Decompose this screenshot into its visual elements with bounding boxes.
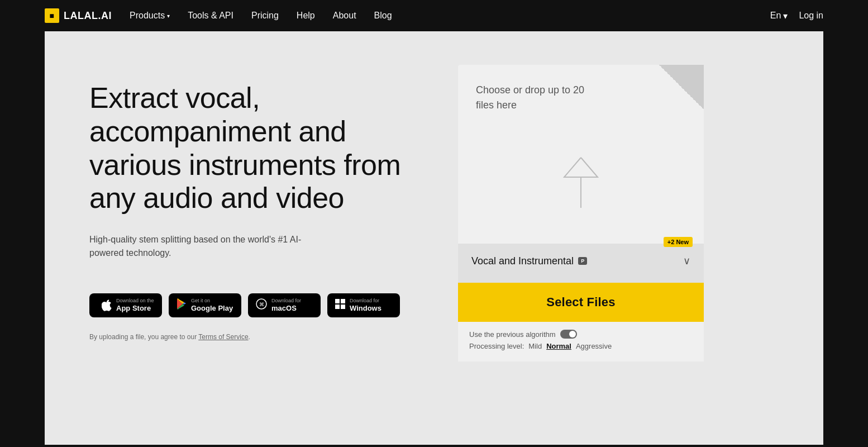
algo-label: Use the previous algorithm — [469, 330, 556, 339]
google-play-badge[interactable]: Get it on Google Play — [169, 293, 241, 317]
upload-arrow-icon — [553, 146, 609, 221]
lang-chevron-icon: ▾ — [783, 11, 788, 21]
hero-subtitle: High-quality stem splitting based on the… — [89, 233, 313, 260]
drop-zone-area[interactable]: Choose or drop up to 20 files here — [458, 65, 704, 244]
svg-rect-2 — [335, 299, 340, 303]
algo-toggle[interactable] — [560, 330, 577, 339]
nav-tools-api[interactable]: Tools & API — [188, 11, 233, 21]
nav-links: Products ▾ Tools & API Pricing Help Abou… — [130, 11, 752, 21]
stem-type-label: Vocal and Instrumental — [471, 255, 574, 267]
nav-about[interactable]: About — [333, 11, 356, 21]
terms-text: By uploading a file, you agree to our Te… — [89, 333, 413, 341]
windows-label: Windows — [350, 304, 381, 313]
nav-pricing[interactable]: Pricing — [251, 11, 279, 21]
drop-text: Choose or drop up to 20 files here — [476, 83, 599, 113]
terms-link[interactable]: Terms of Service — [198, 333, 248, 341]
footer-options: Use the previous algorithm Processing le… — [458, 322, 704, 362]
navbar: ■ LALAL.AI Products ▾ Tools & API Pricin… — [0, 0, 868, 31]
upload-icon-area — [476, 135, 686, 244]
macos-icon: ⌘ — [256, 298, 267, 312]
algorithm-row: Use the previous algorithm — [469, 330, 693, 339]
stem-type-dropdown[interactable]: Vocal and Instrumental P ∨ — [469, 253, 693, 274]
logo-link[interactable]: ■ LALAL.AI — [45, 8, 112, 23]
svg-rect-3 — [341, 299, 345, 303]
processing-mild[interactable]: Mild — [528, 342, 542, 350]
nav-products[interactable]: Products ▾ — [130, 11, 170, 21]
pro-badge: P — [578, 257, 587, 265]
google-play-label: Google Play — [191, 304, 233, 313]
processing-row: Processing level: Mild Normal Aggressive — [469, 342, 693, 350]
app-store-label: App Store — [116, 304, 154, 313]
new-badge: +2 New — [664, 237, 693, 247]
logo-text: LALAL.AI — [64, 10, 112, 22]
dropdown-chevron-icon: ∨ — [683, 255, 690, 267]
logo-icon: ■ — [45, 8, 59, 23]
apple-logo-icon — [102, 299, 112, 311]
app-store-small-label: Download on the — [116, 298, 154, 304]
windows-icon — [335, 299, 345, 312]
google-play-small-label: Get it on — [191, 298, 233, 304]
macos-badge[interactable]: ⌘ Download for macOS — [248, 293, 321, 317]
svg-rect-4 — [335, 305, 340, 309]
processing-aggressive[interactable]: Aggressive — [576, 342, 612, 350]
hero-title: Extract vocal, accompaniment and various… — [89, 82, 413, 215]
google-play-icon — [177, 298, 187, 312]
drop-zone-card: Choose or drop up to 20 files here — [458, 65, 704, 362]
hero-section: Extract vocal, accompaniment and various… — [89, 65, 413, 341]
select-files-button[interactable]: Select Files — [458, 283, 704, 322]
products-chevron-icon: ▾ — [167, 13, 170, 19]
nav-help[interactable]: Help — [297, 11, 315, 21]
app-store-badge[interactable]: Download on the App Store — [89, 293, 162, 317]
dropdown-section: +2 New Vocal and Instrumental P ∨ — [458, 244, 704, 283]
svg-text:⌘: ⌘ — [259, 302, 264, 307]
upload-panel: Choose or drop up to 20 files here — [458, 65, 704, 362]
nav-blog[interactable]: Blog — [374, 11, 392, 21]
login-link[interactable]: Log in — [799, 11, 823, 21]
windows-badge[interactable]: Download for Windows — [327, 293, 400, 317]
svg-rect-5 — [341, 305, 345, 309]
nav-right: En ▾ Log in — [770, 11, 823, 21]
processing-label: Processing level: — [469, 342, 524, 350]
app-badges: Download on the App Store Get it on Goog… — [89, 293, 413, 317]
windows-small-label: Download for — [350, 298, 381, 304]
macos-label: macOS — [271, 304, 301, 313]
language-selector[interactable]: En ▾ — [770, 11, 788, 21]
processing-normal[interactable]: Normal — [546, 342, 571, 350]
main-content: Extract vocal, accompaniment and various… — [45, 31, 823, 445]
macos-small-label: Download for — [271, 298, 301, 304]
